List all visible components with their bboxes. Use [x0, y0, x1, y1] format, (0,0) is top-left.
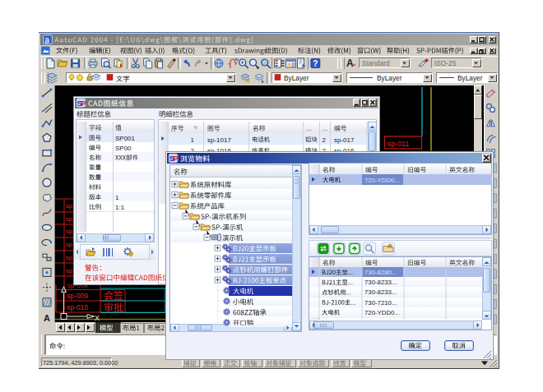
svg-text:730-8280...: 730-8280...	[364, 269, 397, 276]
svg-text:720-YDD0...: 720-YDD0...	[364, 177, 400, 184]
svg-text:730-7210...: 730-7210...	[364, 299, 397, 307]
svg-text:P: P	[174, 154, 179, 163]
svg-text:720-YDD0...: 720-YDD0...	[364, 309, 400, 316]
svg-text:730-8233...: 730-8233...	[364, 279, 397, 286]
svg-text:730-8233...: 730-8233...	[364, 288, 397, 296]
